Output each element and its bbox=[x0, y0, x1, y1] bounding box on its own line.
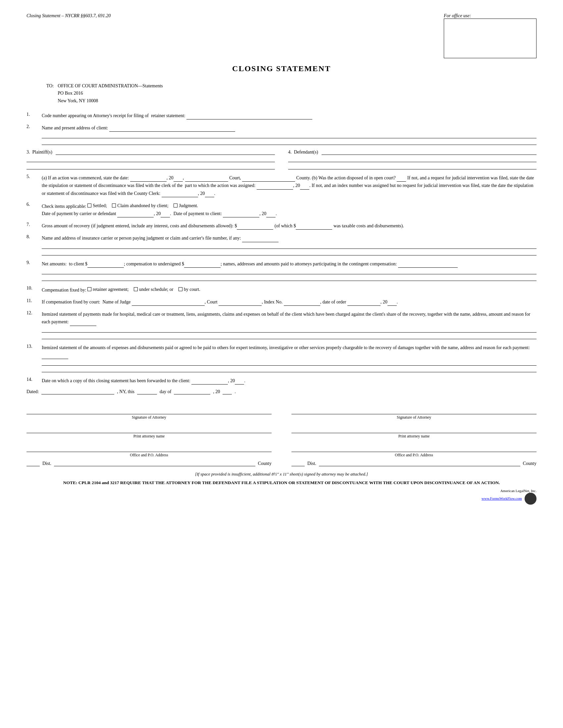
item-11-order-date[interactable] bbox=[348, 300, 381, 306]
claim-checkbox[interactable] bbox=[112, 204, 116, 207]
item-5-assigned-year[interactable] bbox=[300, 184, 309, 190]
item-13: 13. Itemized statement of the amounts of… bbox=[26, 344, 537, 372]
day-of: day of bbox=[160, 389, 171, 394]
sig-label-left: Signature of Attorney bbox=[26, 415, 271, 420]
item-5-assigned-date[interactable] bbox=[257, 184, 293, 190]
item-9-attorneys[interactable] bbox=[398, 262, 458, 268]
item-11-court[interactable] bbox=[218, 300, 261, 306]
item-7: 7. Gross amount of recovery (if judgment… bbox=[26, 222, 537, 230]
item-6-client-date[interactable] bbox=[223, 212, 259, 217]
sig-line-left[interactable] bbox=[26, 404, 271, 414]
judgment-checkbox[interactable] bbox=[173, 204, 177, 207]
item-14-date[interactable] bbox=[191, 379, 228, 385]
defendants-col: 4. Defendant(s) bbox=[288, 150, 537, 169]
item-6-carrier-date[interactable] bbox=[117, 212, 154, 217]
item-6-settled: Settled; bbox=[87, 202, 107, 209]
dist-label-left: Dist. bbox=[42, 461, 51, 466]
county-label-right: County bbox=[523, 461, 537, 466]
office-box bbox=[444, 19, 537, 58]
item-5-content: (a) If an action was commenced, state th… bbox=[42, 174, 537, 197]
item-8-field1[interactable] bbox=[242, 237, 278, 242]
print-line-left[interactable] bbox=[26, 423, 271, 433]
item-5-disposed[interactable] bbox=[397, 176, 406, 182]
item-6: 6. Check items applicable: Settled; Clai… bbox=[26, 202, 537, 218]
day-field[interactable] bbox=[137, 389, 157, 394]
item-8-line3 bbox=[42, 250, 537, 255]
item-9-undersigned[interactable] bbox=[184, 262, 220, 268]
address-line3: New York, NY 10008 bbox=[58, 97, 163, 105]
item-7-amount[interactable] bbox=[237, 224, 273, 230]
schedule-checkbox[interactable] bbox=[134, 287, 138, 291]
item-2-line2 bbox=[42, 133, 537, 138]
header-row: Closing Statement – NYCRR §§603.7, 691.2… bbox=[26, 13, 537, 58]
item-6-client-year[interactable] bbox=[266, 212, 275, 217]
item-10-court: by court. bbox=[178, 286, 200, 293]
item-2-field[interactable] bbox=[109, 126, 235, 132]
item-6-num: 6. bbox=[26, 202, 42, 207]
sig-line-right[interactable] bbox=[292, 404, 537, 414]
item-5: 5. (a) If an action was commenced, state… bbox=[26, 174, 537, 197]
item-7-num: 7. bbox=[26, 222, 42, 227]
item-3-line3 bbox=[26, 164, 275, 169]
dated-row: Dated: , NY, this day of , 20 . bbox=[26, 389, 537, 394]
item-11-judge[interactable] bbox=[132, 300, 205, 306]
dated-label: Dated: bbox=[26, 389, 39, 394]
print-line-right[interactable] bbox=[292, 423, 537, 433]
footer-note: [If space provided is insufficient, addi… bbox=[26, 472, 537, 477]
item-13-field[interactable] bbox=[42, 354, 68, 359]
item-4-label: 4. Defendant(s) bbox=[288, 150, 318, 155]
item-6-judgment: Judgment. bbox=[173, 202, 198, 209]
month-field[interactable] bbox=[174, 389, 210, 394]
item-5-clerk-year[interactable] bbox=[205, 192, 214, 197]
settled-checkbox[interactable] bbox=[87, 204, 91, 207]
item-11-order-year[interactable] bbox=[388, 300, 397, 306]
item-7-taxable[interactable] bbox=[296, 224, 332, 230]
item-8-line2 bbox=[42, 244, 537, 249]
item-6-carrier-year[interactable] bbox=[161, 212, 170, 217]
for-office-label: For office use: bbox=[444, 13, 471, 19]
item-14-year[interactable] bbox=[235, 379, 244, 385]
address-line2: PO Box 2016 bbox=[58, 90, 163, 97]
year-field[interactable] bbox=[222, 389, 232, 394]
address-block: TO: OFFICE OF COURT ADMINISTRATION—State… bbox=[46, 82, 537, 105]
item-5-year[interactable] bbox=[173, 176, 183, 182]
item-5-clerk-date[interactable] bbox=[162, 192, 198, 197]
sig-label-right: Signature of Attorney bbox=[292, 415, 537, 420]
dist-field-left[interactable] bbox=[26, 461, 40, 466]
item-2-content: Name and present address of client: bbox=[42, 124, 537, 145]
item-12-num: 12. bbox=[26, 310, 42, 316]
item-12: 12. Itemized statement of payments made … bbox=[26, 310, 537, 339]
item-10-content: Compensation fixed by: retainer agreemen… bbox=[42, 286, 537, 294]
item-8: 8. Name and address of insurance carrier… bbox=[26, 234, 537, 255]
logo-circle bbox=[525, 493, 537, 505]
print-label-right: Print attorney name bbox=[292, 434, 537, 439]
dist-field-right[interactable] bbox=[292, 461, 305, 466]
item-14-content: Date on which a copy of this closing sta… bbox=[42, 377, 537, 385]
footer-bold-note: NOTE: CPLR 2104 and 3217 REQUIRE THAT TH… bbox=[26, 479, 537, 486]
item-5-num: 5. bbox=[26, 174, 42, 179]
page: Closing Statement – NYCRR §§603.7, 691.2… bbox=[26, 13, 537, 505]
item-4-field[interactable] bbox=[322, 150, 537, 155]
branding: American LegalNet, Inc. www.FormsWorkFlo… bbox=[26, 489, 537, 505]
item-11-index[interactable] bbox=[284, 300, 320, 306]
office-line-right[interactable] bbox=[292, 442, 537, 452]
item-12-field[interactable] bbox=[70, 321, 96, 326]
period: . bbox=[234, 389, 236, 394]
website: www.FormsWorkFlow.com bbox=[482, 496, 522, 500]
item-3-field[interactable] bbox=[56, 150, 275, 155]
item-5-date[interactable] bbox=[130, 176, 166, 182]
item-9-client[interactable] bbox=[87, 262, 124, 268]
item-5-county[interactable] bbox=[242, 176, 295, 182]
item-5-court[interactable] bbox=[185, 176, 228, 182]
item-1: 1. Code number appearing on Attorney's r… bbox=[26, 112, 537, 119]
dated-field[interactable] bbox=[41, 389, 114, 394]
county-field-right[interactable] bbox=[319, 461, 520, 466]
county-field-left[interactable] bbox=[54, 461, 255, 466]
office-line-left[interactable] bbox=[26, 442, 271, 452]
retainer-checkbox[interactable] bbox=[87, 287, 91, 291]
item-1-field[interactable] bbox=[186, 114, 312, 119]
item-2-line3 bbox=[42, 140, 537, 145]
item-14: 14. Date on which a copy of this closing… bbox=[26, 377, 537, 385]
plaintiffs-defendants-row: 3. Plaintiff(s) 4. Defendant(s) bbox=[26, 150, 537, 169]
court-checkbox[interactable] bbox=[178, 287, 182, 291]
